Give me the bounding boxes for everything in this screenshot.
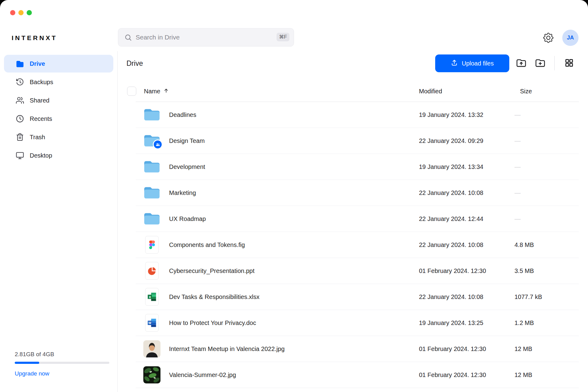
sidebar-item-label: Shared [30, 97, 50, 104]
file-modified: 19 January 2024. 13:25 [419, 310, 483, 336]
column-header-size[interactable]: Size [520, 81, 532, 102]
file-modified: 19 January 2024. 13:34 [419, 154, 483, 180]
file-modified: 22 January 2024. 09:29 [419, 128, 483, 154]
folder-icon [143, 212, 160, 226]
sidebar-item-desktop[interactable]: Desktop [4, 147, 113, 164]
page-title: Drive [126, 59, 143, 68]
folder-plus-icon [535, 58, 545, 69]
sidebar-item-drive[interactable]: Drive [4, 55, 113, 73]
table-row[interactable]: Cybersecurity_Presentation.ppt01 Februar… [136, 258, 579, 284]
sidebar-item-shared[interactable]: Shared [4, 91, 113, 109]
file-size: — [514, 206, 521, 232]
table-body: Deadlines19 January 2024. 13:32—Design T… [136, 102, 579, 388]
file-size: 1077.7 kB [514, 284, 542, 310]
figma-file-icon [145, 236, 159, 254]
file-name: Design Team [169, 128, 205, 154]
next-row-peek [136, 388, 579, 392]
storage-usage-label: 2.81GB of 4GB [15, 351, 109, 358]
file-name: How to Protect Your Privacy.doc [169, 310, 256, 336]
file-size: 1.2 MB [514, 310, 534, 336]
folder-icon [143, 160, 160, 174]
app-window: INTERNXT ⌘F JA DriveBackupsSharedRecents… [0, 0, 588, 392]
file-name: Deadlines [169, 102, 196, 128]
table-header: Name Modified Size [136, 81, 579, 102]
table-row[interactable]: Deadlines19 January 2024. 13:32— [136, 102, 579, 128]
settings-button[interactable] [542, 32, 554, 44]
zoom-window-button[interactable] [27, 10, 32, 15]
file-name: Cybersecurity_Presentation.ppt [169, 258, 254, 284]
minimize-window-button[interactable] [18, 10, 24, 15]
recents-icon [16, 114, 24, 123]
backups-icon [16, 78, 24, 86]
upload-files-label: Upload files [462, 60, 494, 67]
column-name-label: Name [144, 88, 160, 95]
file-modified: 22 January 2024. 10:08 [419, 284, 483, 310]
upgrade-now-link[interactable]: Upgrade now [15, 370, 49, 377]
column-header-modified[interactable]: Modified [419, 81, 442, 102]
file-size: 3.5 MB [514, 258, 534, 284]
file-name: Components and Tokens.fig [169, 232, 245, 258]
search-bar[interactable]: ⌘F [118, 28, 294, 47]
file-name: Dev Tasks & Responsibilities.xlsx [169, 284, 259, 310]
file-size: 12 MB [514, 362, 532, 388]
table-row[interactable]: Design Team22 January 2024. 09:29— [136, 128, 579, 154]
storage-progress-fill [15, 362, 39, 364]
svg-text:X: X [149, 295, 151, 299]
avatar-initials: JA [567, 35, 574, 41]
search-shortcut-badge: ⌘F [277, 33, 289, 41]
powerpoint-file-icon [145, 262, 159, 280]
file-name: Marketing [169, 180, 196, 206]
folder-icon [143, 108, 160, 122]
table-row[interactable]: Internxt Team Meetup in Valencia 2022.jp… [136, 336, 579, 362]
word-file-icon: W [145, 314, 159, 332]
file-size: 12 MB [514, 336, 532, 362]
close-window-button[interactable] [10, 10, 15, 15]
table-row[interactable]: UX Roadmap22 January 2024. 12:44— [136, 206, 579, 232]
file-name: UX Roadmap [169, 206, 206, 232]
file-modified: 01 February 2024. 12:30 [419, 336, 486, 362]
file-table: Name Modified Size Deadlines19 January 2… [136, 81, 579, 392]
sidebar-item-label: Drive [30, 60, 45, 67]
excel-file-icon: X [145, 288, 159, 306]
table-row[interactable]: Components and Tokens.fig22 January 2024… [136, 232, 579, 258]
table-row[interactable]: Marketing22 January 2024. 10:08— [136, 180, 579, 206]
table-row[interactable]: XDev Tasks & Responsibilities.xlsx22 Jan… [136, 284, 579, 310]
photo-thumbnail [143, 366, 160, 383]
new-folder-button[interactable] [533, 57, 547, 70]
upload-folder-button[interactable] [514, 57, 528, 70]
select-all-checkbox[interactable] [127, 87, 136, 96]
folder-icon [143, 134, 160, 148]
column-header-name[interactable]: Name [144, 81, 169, 102]
storage-panel: 2.81GB of 4GB Upgrade now [15, 351, 109, 377]
shared-badge-icon [153, 140, 163, 149]
shared-icon [16, 96, 24, 105]
file-size: — [514, 102, 521, 128]
table-row[interactable]: Valencia-Summer-02.jpg01 February 2024. … [136, 362, 579, 388]
folder-icon [143, 186, 160, 200]
sort-ascending-icon [163, 88, 169, 95]
sidebar-item-recents[interactable]: Recents [4, 110, 113, 128]
grid-view-icon [565, 58, 574, 68]
file-modified: 01 February 2024. 12:30 [419, 258, 486, 284]
file-size: — [514, 154, 521, 180]
upload-icon [451, 59, 458, 68]
table-row[interactable]: Development19 January 2024. 13:34— [136, 154, 579, 180]
file-modified: 22 January 2024. 10:08 [419, 232, 483, 258]
drive-icon [16, 59, 24, 68]
trash-icon [16, 133, 24, 141]
file-size: — [514, 180, 521, 206]
sidebar-nav: DriveBackupsSharedRecentsTrashDesktop [0, 51, 117, 164]
svg-text:W: W [149, 321, 152, 325]
account-avatar[interactable]: JA [562, 30, 579, 46]
table-row[interactable]: WHow to Protect Your Privacy.doc19 Janua… [136, 310, 579, 336]
file-name: Internxt Team Meetup in Valencia 2022.jp… [169, 336, 285, 362]
sidebar-item-backups[interactable]: Backups [4, 73, 113, 91]
search-input[interactable] [118, 34, 294, 41]
upload-files-button[interactable]: Upload files [435, 54, 509, 72]
sidebar-item-trash[interactable]: Trash [4, 128, 113, 146]
grid-view-button[interactable] [562, 57, 576, 70]
sidebar-item-label: Recents [30, 115, 52, 122]
storage-progress-bar [15, 362, 109, 364]
file-modified: 22 January 2024. 10:08 [419, 180, 483, 206]
internxt-logo: INTERNXT [12, 34, 57, 42]
